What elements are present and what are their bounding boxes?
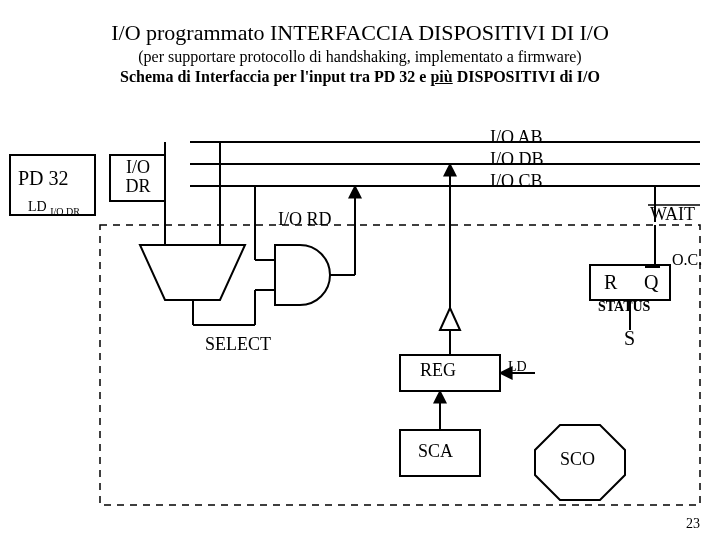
rq-r: R bbox=[604, 272, 617, 293]
oc-label: O.C. bbox=[672, 252, 702, 269]
svg-marker-6 bbox=[140, 245, 245, 300]
sca-label: SCA bbox=[418, 442, 453, 461]
iord-label: I/O RD bbox=[278, 210, 332, 229]
ld-iodr-label: LD I/O DR bbox=[28, 200, 80, 217]
wait-label: WAIT bbox=[650, 205, 695, 224]
page-number: 23 bbox=[686, 516, 700, 532]
status-label: STATUS bbox=[598, 300, 650, 315]
ioab-label: I/O AB bbox=[490, 128, 543, 147]
rq-q: Q bbox=[644, 272, 658, 293]
diagram-svg bbox=[0, 0, 720, 540]
ld-text: LD bbox=[28, 199, 47, 214]
reg-label: REG bbox=[420, 361, 456, 380]
s-label: S bbox=[624, 328, 635, 349]
iodr-label: I/O DR bbox=[122, 158, 154, 196]
select-label: SELECT bbox=[205, 335, 271, 354]
ld-sub: I/O DR bbox=[50, 206, 80, 217]
reg-ld-label: LD bbox=[508, 360, 527, 375]
pd32-label: PD 32 bbox=[18, 168, 69, 189]
svg-marker-16 bbox=[440, 308, 460, 330]
iodb-label: I/O DB bbox=[490, 150, 544, 169]
iocb-label: I/O CB bbox=[490, 172, 543, 191]
sco-label: SCO bbox=[560, 450, 595, 469]
